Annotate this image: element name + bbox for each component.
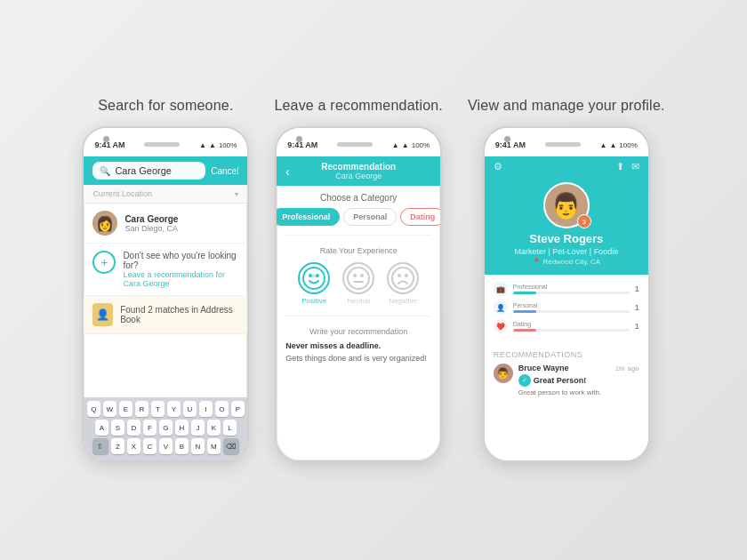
address-book-text: Found 2 matches in Address Book <box>120 305 238 324</box>
key-backspace[interactable]: ⌫ <box>223 438 239 454</box>
phone-camera-3 <box>504 136 510 142</box>
professional-stat-icon: 💼 <box>494 282 508 296</box>
key-n[interactable]: N <box>191 438 205 454</box>
write-label: Write your recommendation <box>285 327 431 336</box>
rating-section: Rate Your Experience <box>277 241 440 310</box>
profile-label: View and manage your profile. <box>468 98 665 114</box>
result-avatar: 👩 <box>92 211 117 236</box>
search-header: 🔍 Cara George Cancel <box>84 156 247 185</box>
rating-label: Rate Your Experience <box>285 246 431 255</box>
signal-icon-2: ▲ <box>392 141 399 149</box>
key-m[interactable]: M <box>207 438 221 454</box>
write-section: Write your recommendation Never misses a… <box>277 322 440 368</box>
personal-bar-wrap: Personal <box>513 302 630 313</box>
key-f[interactable]: F <box>143 420 157 436</box>
battery-icon-1: 100% <box>219 141 237 149</box>
key-j[interactable]: J <box>191 420 205 436</box>
back-button[interactable]: ‹ <box>285 164 290 179</box>
keyboard: Q W E R T Y U I O P A <box>84 397 247 460</box>
phone-icons-2: ▲ ▲ 100% <box>392 141 430 149</box>
key-x[interactable]: X <box>127 438 141 454</box>
search-phone-screen: 🔍 Cara George Cancel Current Location ▾ … <box>84 156 247 460</box>
search-input-value: Cara George <box>115 165 172 176</box>
signal-icon-1: ▲ <box>199 141 206 149</box>
personal-stat-num: 1 <box>635 303 639 312</box>
category-dating-btn[interactable]: Dating <box>400 208 440 226</box>
key-e[interactable]: E <box>119 401 133 417</box>
profile-phone: 9:41 AM ▲ ▲ 100% ⚙ ⬆ ✉ <box>483 126 650 462</box>
stat-personal: 👤 Personal 1 <box>494 300 639 315</box>
personal-stat-label: Personal <box>513 302 630 308</box>
search-box[interactable]: 🔍 Cara George <box>92 162 205 180</box>
recommendation-section: Leave a recommendation. 9:41 AM ▲ ▲ 100%… <box>274 98 443 462</box>
phones-row: Search for someone. 9:41 AM ▲ ▲ 100% 🔍 <box>82 98 664 462</box>
negative-label: Negative <box>389 297 417 305</box>
key-g[interactable]: G <box>159 420 173 436</box>
search-label: Search for someone. <box>98 98 233 114</box>
key-w[interactable]: W <box>103 401 116 417</box>
location-bar[interactable]: Current Location ▾ <box>84 185 247 204</box>
key-o[interactable]: O <box>215 401 229 417</box>
rating-negative[interactable]: Negative <box>387 262 419 305</box>
key-h[interactable]: H <box>175 420 189 436</box>
dating-stat-label: Dating <box>513 321 630 327</box>
search-result-item[interactable]: 👩 Cara George San Diego, CA <box>84 204 247 244</box>
settings-icon[interactable]: ⚙ <box>494 161 502 172</box>
key-u[interactable]: U <box>183 401 197 417</box>
professional-stat-num: 1 <box>635 284 639 293</box>
profile-info-section: 👨 3 Steve Rogers Marketer | Pet-Lover | … <box>485 177 648 275</box>
recommendation-item: 👨 Bruce Wayne 1hr ago ✓ Great Person! <box>494 364 639 396</box>
message-icon[interactable]: ✉ <box>631 161 639 172</box>
keyboard-row-2: A S D F G H J K L <box>85 420 245 436</box>
recommendation-phone: 9:41 AM ▲ ▲ 100% ‹ Recommendation Cara G… <box>275 126 442 462</box>
suggestion-item[interactable]: + Don't see who you're looking for? Leav… <box>84 244 247 296</box>
phone-icons-1: ▲ ▲ 100% <box>199 141 237 149</box>
key-k[interactable]: K <box>207 420 221 436</box>
personal-stat-bar <box>513 310 630 313</box>
key-v[interactable]: V <box>159 438 173 454</box>
address-book-item[interactable]: 👤 Found 2 matches in Address Book <box>84 296 247 334</box>
rating-positive[interactable]: Positive <box>298 262 330 305</box>
key-shift[interactable]: ⇧ <box>92 438 108 454</box>
personal-stat-fill <box>513 310 536 313</box>
rec-phone-screen: ‹ Recommendation Cara George Choose a Ca… <box>277 156 440 460</box>
chevron-down-icon: ▾ <box>235 190 238 198</box>
key-l[interactable]: L <box>223 420 237 436</box>
key-d[interactable]: D <box>127 420 141 436</box>
phone-top-bar-3: 9:41 AM ▲ ▲ 100% <box>485 128 648 156</box>
suggestion-text: Don't see who you're looking for? Leave … <box>123 251 238 288</box>
svg-point-0 <box>303 268 325 289</box>
signal-icon-3: ▲ <box>599 141 606 149</box>
positive-label: Positive <box>301 297 326 305</box>
write-line2: Gets things done and is very organized! <box>285 354 431 363</box>
key-s[interactable]: S <box>111 420 124 436</box>
key-p[interactable]: P <box>231 401 245 417</box>
location-pin-icon: 📍 <box>532 258 541 266</box>
share-icon[interactable]: ⬆ <box>616 161 624 172</box>
profile-top-bar: ⚙ ⬆ ✉ <box>485 156 648 177</box>
phone-top-bar-1: 9:41 AM ▲ ▲ 100% <box>84 128 247 156</box>
positive-face <box>298 262 330 294</box>
key-r[interactable]: R <box>135 401 149 417</box>
key-b[interactable]: B <box>175 438 189 454</box>
negative-face-svg <box>390 266 415 291</box>
key-c[interactable]: C <box>143 438 157 454</box>
key-t[interactable]: T <box>151 401 165 417</box>
notification-badge: 3 <box>577 214 591 228</box>
key-a[interactable]: A <box>95 420 108 436</box>
category-professional-btn[interactable]: Professional <box>277 208 340 226</box>
key-q[interactable]: Q <box>87 401 100 417</box>
category-personal-btn[interactable]: Personal <box>343 208 397 226</box>
rating-faces: Positive <box>285 262 431 305</box>
key-z[interactable]: Z <box>111 438 124 454</box>
phone-time-3: 9:41 AM <box>495 140 526 149</box>
phone-speaker-1 <box>144 142 180 147</box>
positive-face-svg <box>301 266 326 291</box>
key-i[interactable]: I <box>199 401 213 417</box>
rating-neutral[interactable]: Neutral <box>342 262 374 305</box>
phone-time-2: 9:41 AM <box>287 140 317 149</box>
dating-stat-num: 1 <box>635 322 639 331</box>
cancel-button[interactable]: Cancel <box>211 166 238 176</box>
profile-avatar-wrap: 👨 3 <box>543 182 590 228</box>
key-y[interactable]: Y <box>167 401 181 417</box>
